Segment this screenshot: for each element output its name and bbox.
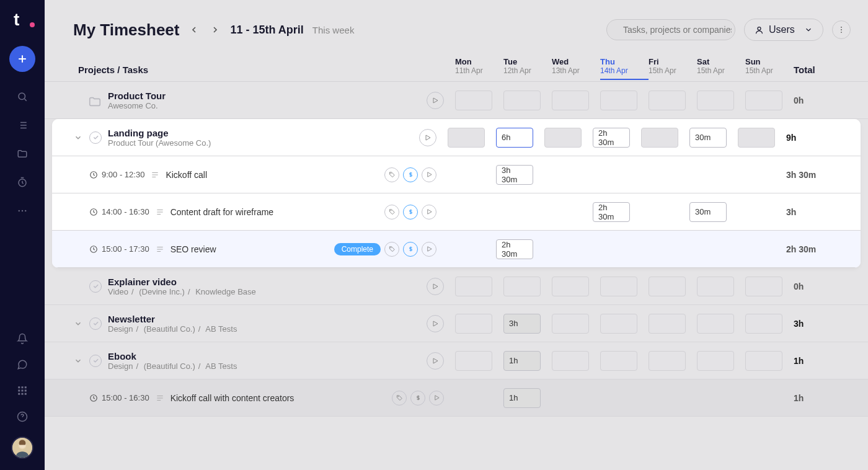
- day-cell[interactable]: [455, 277, 503, 296]
- day-cell[interactable]: [455, 314, 503, 334]
- task-breadcrumb: Video/ (Devine Inc.)/ Knowledge Base: [108, 287, 256, 296]
- user-avatar[interactable]: [11, 437, 33, 459]
- day-cell[interactable]: 2h 30m: [496, 239, 544, 259]
- day-cell[interactable]: [600, 314, 649, 334]
- day-cell[interactable]: [649, 91, 697, 110]
- billable-button[interactable]: [403, 167, 418, 182]
- total-cell: 0h: [794, 95, 837, 105]
- prev-week-button[interactable]: [188, 24, 200, 36]
- day-cell[interactable]: [697, 314, 745, 334]
- more-icon[interactable]: [16, 205, 29, 217]
- add-button[interactable]: [9, 46, 35, 72]
- folder-icon[interactable]: [16, 148, 29, 160]
- day-cell[interactable]: 1h: [503, 388, 552, 408]
- apps-icon[interactable]: [16, 384, 29, 397]
- day-cell[interactable]: [455, 351, 503, 371]
- status-circle[interactable]: [89, 131, 102, 144]
- status-circle[interactable]: [89, 355, 102, 367]
- day-cell[interactable]: [600, 277, 649, 296]
- users-dropdown[interactable]: Users: [744, 19, 823, 41]
- svg-marker-24: [426, 135, 430, 140]
- tag-button[interactable]: [384, 205, 399, 219]
- description-icon: [156, 208, 164, 216]
- sidebar: t: [0, 0, 45, 470]
- day-cell[interactable]: [697, 91, 745, 110]
- play-button[interactable]: [427, 315, 444, 332]
- day-cell[interactable]: [552, 91, 600, 110]
- day-cell[interactable]: [745, 314, 794, 334]
- collapse-toggle[interactable]: [73, 133, 83, 143]
- day-cell[interactable]: [552, 314, 600, 334]
- play-button[interactable]: [419, 129, 436, 146]
- day-cell[interactable]: 30m: [689, 128, 738, 148]
- status-circle[interactable]: [89, 280, 102, 293]
- collapse-toggle[interactable]: [73, 319, 83, 329]
- subtask-row: 14:00 - 16:30 Content draft for wirefram…: [52, 193, 861, 231]
- day-cell[interactable]: [448, 128, 496, 148]
- folder-icon: [88, 95, 102, 106]
- list-icon[interactable]: [16, 119, 29, 131]
- tag-button[interactable]: [384, 242, 399, 257]
- task-row: Newsletter Design/ (Beautiful Co.)/ AB T…: [45, 305, 868, 342]
- play-button[interactable]: [429, 391, 444, 406]
- day-cell[interactable]: [600, 91, 649, 110]
- play-button[interactable]: [422, 205, 436, 219]
- svg-rect-10: [25, 390, 27, 392]
- help-icon[interactable]: [16, 410, 29, 423]
- timer-icon[interactable]: [16, 176, 29, 188]
- day-cell[interactable]: [649, 351, 697, 371]
- day-cell[interactable]: [649, 277, 697, 296]
- play-button[interactable]: [422, 167, 436, 182]
- column-projects-tasks: Projects / Tasks: [73, 64, 455, 75]
- day-cell[interactable]: [641, 128, 689, 148]
- chat-icon[interactable]: [16, 358, 29, 371]
- tag-button[interactable]: [392, 391, 407, 406]
- day-cell[interactable]: [455, 91, 503, 110]
- day-cell[interactable]: 2h 30m: [593, 128, 641, 148]
- svg-rect-11: [18, 393, 20, 395]
- billable-button[interactable]: [403, 205, 418, 219]
- status-badge: Complete: [334, 243, 381, 255]
- day-cell[interactable]: [552, 351, 600, 371]
- day-cell[interactable]: [552, 277, 600, 296]
- play-button[interactable]: [427, 278, 444, 295]
- status-circle[interactable]: [89, 317, 102, 330]
- play-button[interactable]: [427, 352, 444, 370]
- day-cell[interactable]: [600, 351, 649, 371]
- day-cell[interactable]: [503, 91, 552, 110]
- day-cell[interactable]: [697, 351, 745, 371]
- svg-marker-33: [427, 247, 431, 251]
- play-button[interactable]: [422, 242, 436, 257]
- day-cell[interactable]: [503, 277, 552, 296]
- page-title: My Timesheet: [73, 20, 179, 40]
- day-cell[interactable]: [745, 91, 794, 110]
- main: My Timesheet 11 - 15th April This week U…: [45, 0, 868, 470]
- day-cell[interactable]: [745, 351, 794, 371]
- day-cell[interactable]: 3h 30m: [496, 165, 544, 185]
- day-cell[interactable]: [738, 128, 786, 148]
- day-cell[interactable]: 30m: [689, 202, 738, 222]
- day-cell[interactable]: 1h: [503, 351, 552, 371]
- day-cell[interactable]: [697, 277, 745, 296]
- bell-icon[interactable]: [16, 332, 29, 345]
- day-header: Fri15th Apr: [649, 57, 697, 75]
- billable-button[interactable]: [403, 242, 418, 257]
- day-cell[interactable]: 2h 30m: [593, 202, 641, 222]
- billable-button[interactable]: [410, 391, 425, 406]
- search-box[interactable]: [606, 19, 735, 40]
- tag-button[interactable]: [384, 167, 399, 182]
- day-cell[interactable]: [544, 128, 593, 148]
- day-cell[interactable]: [745, 277, 794, 296]
- day-cell[interactable]: 3h: [503, 314, 552, 334]
- day-cell[interactable]: 6h: [496, 128, 544, 148]
- day-cell[interactable]: [649, 314, 697, 334]
- play-button[interactable]: [427, 92, 444, 109]
- svg-point-2: [19, 210, 20, 211]
- more-menu-button[interactable]: [832, 20, 851, 39]
- users-label: Users: [769, 24, 795, 35]
- search-input[interactable]: [623, 25, 732, 35]
- search-icon[interactable]: [16, 91, 29, 103]
- next-week-button[interactable]: [209, 24, 221, 36]
- task-group-expanded: Landing page Product Tour (Awesome Co.) …: [52, 119, 861, 268]
- collapse-toggle[interactable]: [73, 356, 83, 366]
